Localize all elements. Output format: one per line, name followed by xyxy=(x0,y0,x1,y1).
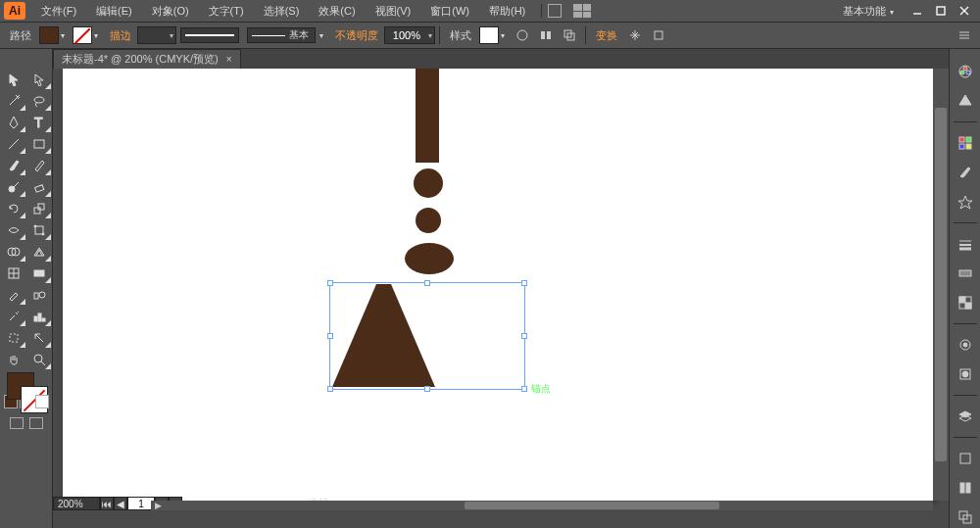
stroke-weight-field[interactable] xyxy=(137,26,176,44)
arrange-docs-icon[interactable] xyxy=(548,4,562,18)
menu-edit[interactable]: 编辑(E) xyxy=(86,2,142,21)
hand-tool[interactable] xyxy=(1,349,26,370)
shape-mode-icon[interactable] xyxy=(560,25,579,45)
recolor-artwork-icon[interactable] xyxy=(513,25,532,45)
zoom-field[interactable]: 200% xyxy=(53,497,100,510)
window-minimize-button[interactable] xyxy=(907,3,927,19)
slice-tool[interactable] xyxy=(26,327,52,349)
pencil-tool[interactable] xyxy=(26,155,52,176)
resize-handle-tm[interactable] xyxy=(424,280,430,286)
stroke-swatch[interactable] xyxy=(73,26,92,44)
stroke-label[interactable]: 描边 xyxy=(110,28,131,43)
eraser-tool[interactable] xyxy=(26,176,52,198)
resize-handle-bm[interactable] xyxy=(424,386,430,392)
horizontal-scroll-thumb[interactable] xyxy=(465,502,719,509)
layers-panel-tab[interactable] xyxy=(954,406,977,427)
selection-bounding-box[interactable] xyxy=(329,282,525,390)
swatches-panel-tab[interactable] xyxy=(954,132,977,154)
pen-tool[interactable] xyxy=(1,112,26,133)
doc-tab[interactable]: 未标题-4* @ 200% (CMYK/预览) × xyxy=(53,49,241,69)
resize-handle-bl[interactable] xyxy=(327,386,333,392)
doc-tab-close[interactable]: × xyxy=(226,54,232,65)
transform-each-icon[interactable] xyxy=(625,25,645,45)
shape-rectangle[interactable] xyxy=(416,69,439,163)
column-graph-tool[interactable] xyxy=(26,306,52,327)
shape-circle-1[interactable] xyxy=(414,168,443,198)
screen-mode-full[interactable] xyxy=(29,417,43,429)
fill-stroke-control[interactable] xyxy=(1,370,52,415)
paintbrush-tool[interactable] xyxy=(1,155,26,176)
fill-swatch[interactable] xyxy=(39,26,59,44)
graphic-styles-panel-tab[interactable] xyxy=(954,363,977,385)
shape-circle-2[interactable] xyxy=(416,208,441,233)
color-mode-none[interactable] xyxy=(35,395,49,408)
selection-tool[interactable] xyxy=(1,69,26,90)
shape-ellipse[interactable] xyxy=(405,243,454,274)
lasso-tool[interactable] xyxy=(26,90,52,112)
gradient-tool[interactable] xyxy=(26,263,52,284)
gradient-panel-tab[interactable] xyxy=(954,263,977,284)
color-panel-tab[interactable] xyxy=(954,61,977,82)
blob-brush-tool[interactable] xyxy=(1,176,26,198)
resize-handle-mr[interactable] xyxy=(521,333,527,339)
artboard-first-button[interactable]: ⏮ xyxy=(100,497,114,510)
vertical-scroll-thumb[interactable] xyxy=(935,108,947,461)
window-close-button[interactable] xyxy=(955,3,974,19)
brush-definition-dropdown[interactable]: 基本 xyxy=(247,27,316,43)
opacity-field[interactable]: 100% xyxy=(384,26,435,44)
appearance-panel-tab[interactable] xyxy=(954,334,977,356)
transparency-panel-tab[interactable] xyxy=(954,292,977,313)
rotate-tool[interactable] xyxy=(1,198,26,219)
transform-label[interactable]: 变换 xyxy=(596,28,617,43)
menu-file[interactable]: 文件(F) xyxy=(31,2,86,21)
direct-selection-tool[interactable] xyxy=(26,69,52,90)
scale-tool[interactable] xyxy=(26,198,52,219)
magic-wand-tool[interactable] xyxy=(1,90,26,112)
color-guide-panel-tab[interactable] xyxy=(954,90,977,112)
menu-effect[interactable]: 效果(C) xyxy=(309,2,365,21)
stroke-profile-dropdown[interactable] xyxy=(180,27,239,43)
menu-type[interactable]: 文字(T) xyxy=(199,2,254,21)
workspace-switcher[interactable]: 基本功能▾ xyxy=(833,2,904,21)
resize-handle-ml[interactable] xyxy=(327,333,333,339)
opacity-label[interactable]: 不透明度 xyxy=(335,28,378,43)
symbol-sprayer-tool[interactable] xyxy=(1,306,26,327)
mesh-tool[interactable] xyxy=(1,263,26,284)
menu-help[interactable]: 帮助(H) xyxy=(479,2,535,21)
eyedropper-tool[interactable] xyxy=(1,284,26,306)
type-tool[interactable]: T xyxy=(26,112,52,133)
menu-window[interactable]: 窗口(W) xyxy=(420,2,479,21)
menu-view[interactable]: 视图(V) xyxy=(366,2,421,21)
menu-object[interactable]: 对象(O) xyxy=(142,2,199,21)
vertical-scrollbar[interactable] xyxy=(933,69,949,501)
perspective-grid-tool[interactable] xyxy=(26,241,52,263)
pathfinder-panel-tab[interactable] xyxy=(954,506,977,528)
artboard-tool[interactable] xyxy=(1,327,26,349)
symbols-panel-tab[interactable] xyxy=(954,191,977,213)
resize-handle-tl[interactable] xyxy=(327,280,333,286)
screen-mode-normal[interactable] xyxy=(10,417,24,429)
blend-tool[interactable] xyxy=(26,284,52,306)
shape-builder-tool[interactable] xyxy=(1,241,26,263)
transform-panel-tab[interactable] xyxy=(954,448,977,469)
zoom-tool[interactable] xyxy=(26,349,52,370)
align-panel-icon[interactable] xyxy=(536,25,556,45)
align-panel-tab[interactable] xyxy=(954,477,977,499)
width-tool[interactable] xyxy=(1,219,26,241)
arrange-grid-icon[interactable] xyxy=(573,4,591,18)
brushes-panel-tab[interactable] xyxy=(954,162,977,183)
isolate-icon[interactable] xyxy=(649,25,668,45)
graphic-style-swatch[interactable] xyxy=(479,26,499,44)
resize-handle-tr[interactable] xyxy=(521,280,527,286)
rectangle-tool[interactable] xyxy=(26,133,52,155)
stroke-panel-tab[interactable] xyxy=(954,233,977,255)
window-maximize-button[interactable] xyxy=(931,3,951,19)
artboard-prev-button[interactable]: ◀ xyxy=(114,497,127,510)
free-transform-tool[interactable] xyxy=(26,219,52,241)
menu-select[interactable]: 选择(S) xyxy=(254,2,310,21)
controlbar-menu-icon[interactable] xyxy=(955,25,974,45)
artboard[interactable]: 锚点 xyxy=(63,69,933,501)
resize-handle-br[interactable] xyxy=(521,386,527,392)
line-tool[interactable] xyxy=(1,133,26,155)
horizontal-scrollbar[interactable]: ▶ xyxy=(151,501,933,510)
